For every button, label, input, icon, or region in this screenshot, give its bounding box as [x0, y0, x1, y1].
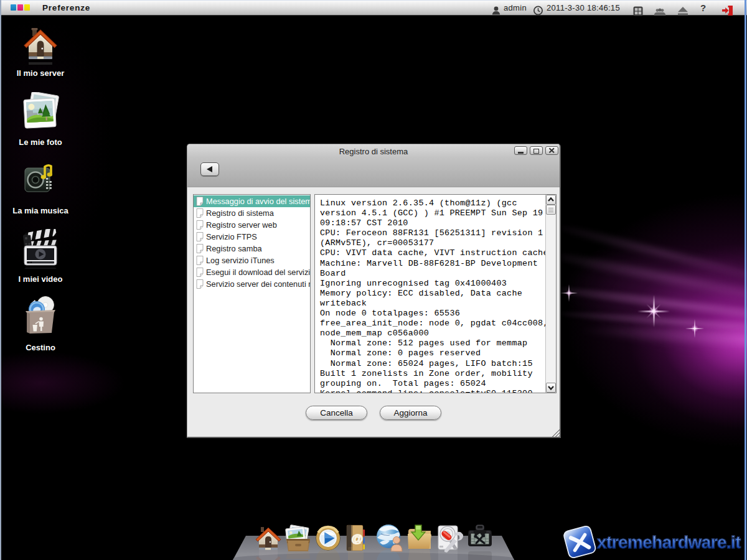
svg-text:@: @: [351, 532, 363, 545]
